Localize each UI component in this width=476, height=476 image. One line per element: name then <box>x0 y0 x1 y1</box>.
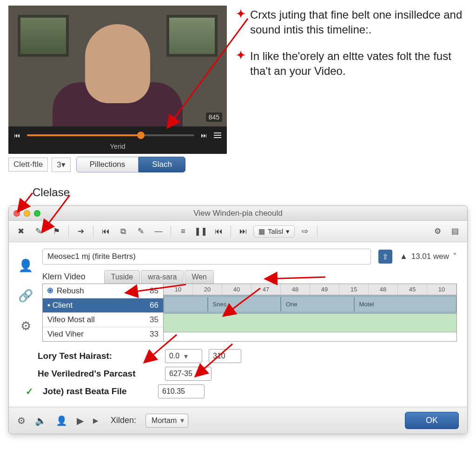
chevron-down-icon[interactable]: ˅ <box>453 252 457 262</box>
toolbar: ✖ ✎ ⚑ ➔ ⏮ ⧉ ✎ — ≡ ❚❚ ⏮ ⏭ ▦ Talisl ▾ ⇨ ⚙ … <box>9 221 467 242</box>
project-name-input[interactable] <box>42 249 371 264</box>
parcast-field[interactable]: 627-35 <box>165 367 212 381</box>
source-list: Rebush 85 ▪ Client 66 Vifeo Most all35 V… <box>43 284 164 341</box>
gear-icon[interactable]: ⚙ <box>17 415 26 426</box>
window-title: View Winden-pia cheould <box>193 209 283 218</box>
timeline[interactable]: 10204047484915484510 Snes One Motel <box>164 284 456 341</box>
list-item[interactable]: ▪ Client 66 <box>43 298 163 313</box>
check-icon: ✓ <box>26 386 33 397</box>
beata-field[interactable]: 610.35 <box>158 384 205 398</box>
wall-picture-left <box>18 15 69 57</box>
pause-icon[interactable]: ❚❚ <box>193 225 208 238</box>
forward-icon[interactable]: ⏭ <box>236 225 251 238</box>
arrow-right-icon[interactable]: ➔ <box>73 225 88 238</box>
link-icon[interactable]: 🔗 <box>18 289 33 303</box>
export-icon[interactable]: ⇨ <box>298 225 312 238</box>
clelase-label: Clelase <box>33 186 70 199</box>
window-footer: ⚙ 🔈 👤 ▶ ▶ Xilden: Mortam OK <box>9 407 467 434</box>
frame-counter: 845 <box>206 112 222 122</box>
play-small-icon[interactable]: ▶ <box>93 416 99 425</box>
skip-start-icon[interactable]: ⏮ <box>98 225 113 238</box>
flag-icon[interactable]: ⚑ <box>49 225 64 238</box>
pencil-icon[interactable]: ✎ <box>31 225 46 238</box>
editor-window: View Winden-pia cheould ✖ ✎ ⚑ ➔ ⏮ ⧉ ✎ — … <box>8 205 468 434</box>
player-caption: Yerid <box>14 139 221 150</box>
justify-icon[interactable]: ≡ <box>176 225 191 238</box>
video-track[interactable]: Snes One Motel <box>164 295 456 314</box>
clip[interactable]: Motel <box>354 297 457 311</box>
pin-icon[interactable]: ✖ <box>13 225 28 238</box>
klern-video-label: Klern Video <box>42 272 86 282</box>
seg-pillections[interactable]: Pillections <box>76 157 139 172</box>
volume-icon[interactable]: 🔈 <box>35 415 46 426</box>
titlebar: View Winden-pia cheould <box>9 206 467 221</box>
clip[interactable]: Snes <box>208 297 281 311</box>
list-item[interactable]: Rebush 85 <box>43 284 163 298</box>
xilden-select[interactable]: Mortam <box>145 414 188 428</box>
video-player: 845 ⏮ ⏭ Yerid <box>8 6 227 154</box>
rewind-icon[interactable]: ⏮ <box>211 225 226 238</box>
person-icon: ▲ <box>400 252 408 261</box>
scrub-track[interactable] <box>27 134 194 136</box>
lory-combo[interactable]: 0.0 <box>165 349 202 363</box>
upload-button[interactable]: ⇧ <box>378 250 392 264</box>
settings-icon[interactable]: ⚙ <box>20 319 31 333</box>
person-icon[interactable]: 👤 <box>56 415 67 426</box>
list-item[interactable]: Vifeo Most all35 <box>43 313 163 327</box>
xilden-label: Xilden: <box>111 416 136 425</box>
group-icon[interactable]: ⧉ <box>116 225 131 238</box>
three-dropdown[interactable]: 3▾ <box>52 158 70 172</box>
ok-button[interactable]: OK <box>405 412 459 429</box>
prev-icon[interactable]: ⏮ <box>14 132 20 139</box>
lory-label: Lory Test Hairast: <box>38 351 159 361</box>
clett-ftle-label: Clett-ftle <box>8 158 48 172</box>
beata-label: Jote) rast Beata File <box>43 386 152 397</box>
timeline-ruler: 10204047484915484510 <box>164 284 456 295</box>
play-icon[interactable]: ▶ <box>77 415 84 426</box>
callout-list: ✦ Crxts juting that fine belt one insill… <box>236 6 468 172</box>
scrub-thumb[interactable] <box>137 132 145 139</box>
close-window-icon[interactable] <box>13 210 20 217</box>
radio-on-icon <box>47 288 53 293</box>
gear-icon[interactable]: ⚙ <box>430 225 445 238</box>
cards-icon[interactable]: ▤ <box>448 225 463 238</box>
bullet-icon: ✦ <box>236 49 245 79</box>
status-value: 13.01 wew <box>411 252 449 261</box>
playlist-icon[interactable] <box>214 131 221 139</box>
bullet-icon: ✦ <box>236 7 245 38</box>
lory-field2[interactable]: 310 <box>209 349 241 363</box>
next-icon[interactable]: ⏭ <box>201 132 207 139</box>
zoom-window-icon[interactable] <box>34 210 40 217</box>
wall-picture-right <box>166 15 218 57</box>
tab-wra-sara[interactable]: wra-sara <box>141 270 184 284</box>
tab-tuside[interactable]: Tuside <box>104 270 140 284</box>
minimize-window-icon[interactable] <box>24 210 30 217</box>
callout-text-1: Crxts juting that fine belt one insilled… <box>250 7 468 38</box>
clip[interactable]: One <box>281 297 354 311</box>
talisl-dropdown[interactable]: ▦ Talisl ▾ <box>253 225 295 238</box>
callout-text-2: In like the'orely an eltte vates folt th… <box>250 49 468 79</box>
seg-slach[interactable]: Slach <box>139 157 185 172</box>
segment-control[interactable]: Pillections Slach <box>76 157 185 172</box>
list-item[interactable]: Vied Viher33 <box>43 327 163 341</box>
parcast-label: He Veriledred's Parcast <box>38 369 159 379</box>
audio-track[interactable] <box>164 314 456 332</box>
minus-icon[interactable]: — <box>151 225 166 238</box>
video-frame: 845 <box>8 6 227 126</box>
tab-wen[interactable]: Wen <box>185 270 214 284</box>
edit-icon[interactable]: ✎ <box>133 225 148 238</box>
user-icon[interactable]: 👤 <box>18 258 33 273</box>
